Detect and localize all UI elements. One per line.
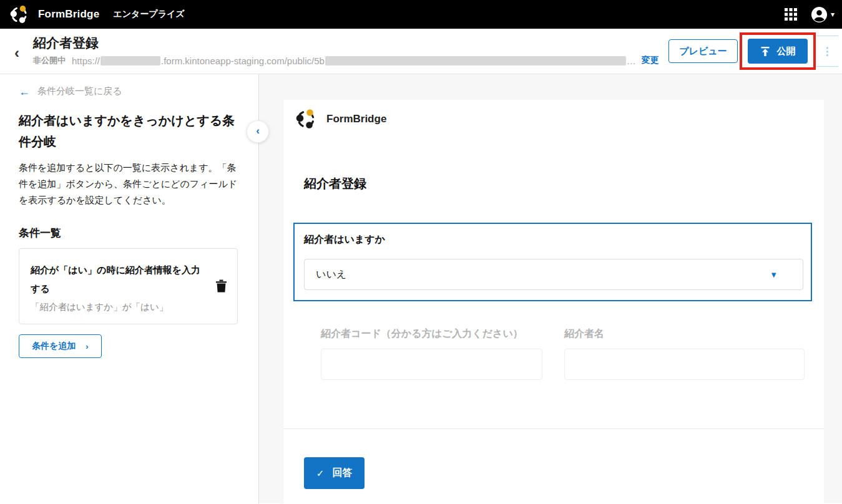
dropdown-caret-icon: ▼: [770, 270, 778, 279]
form-preview-title: 紹介者登録: [304, 175, 824, 192]
referrer-name-label: 紹介者名: [564, 327, 805, 341]
more-options-group: ⋮: [816, 36, 838, 67]
formbridge-logo-icon: [9, 4, 29, 25]
form-header: ‹ 紹介者登録 非公開中 https:// .form.kintoneapp-s…: [0, 29, 842, 74]
referrer-code-label: 紹介者コード（分かる方はご入力ください）: [321, 327, 542, 341]
submit-button-label: 回答: [332, 467, 352, 480]
back-link-label: 条件分岐一覧に戻る: [37, 85, 122, 97]
header-actions: プレビュー 公開 ⋮: [668, 29, 838, 74]
condition-sidebar: ← 条件分岐一覧に戻る 紹介者はいますかをきっかけとする条件分岐 条件を追加する…: [0, 74, 259, 503]
delete-condition-button[interactable]: [214, 278, 228, 296]
add-condition-button[interactable]: 条件を追加 ›: [19, 334, 102, 358]
form-brand-block: FormBridge: [283, 100, 824, 130]
more-options-button[interactable]: ⋮: [822, 46, 833, 57]
trash-icon: [215, 279, 227, 293]
content-area: ← 条件分岐一覧に戻る 紹介者はいますかをきっかけとする条件分岐 条件を追加する…: [0, 74, 842, 503]
sidebar-description: 条件を追加すると以下の一覧に表示されます。「条件を追加」ボタンから、条件ごとにど…: [19, 160, 238, 208]
plan-label: エンタープライズ: [113, 9, 184, 20]
form-url-row: 非公開中 https:// .form.kintoneapp-staging.c…: [33, 55, 659, 66]
publish-upload-icon: [760, 47, 770, 56]
redacted-url-segment: [100, 56, 160, 65]
formbridge-logo-icon: [295, 108, 317, 130]
trigger-field-select[interactable]: いいえ ▼: [304, 259, 803, 290]
select-value: いいえ: [316, 268, 346, 281]
left-arrow-icon: ←: [19, 86, 30, 97]
status-badge: 非公開中: [33, 55, 66, 66]
back-to-condition-list-link[interactable]: ← 条件分岐一覧に戻る: [19, 85, 238, 97]
add-condition-label: 条件を追加: [32, 341, 76, 352]
annotation-highlight-box: 公開: [740, 32, 816, 70]
condition-texts: 紹介が「はい」の時に紹介者情報を入力する 「紹介者はいますか」が「はい」: [31, 261, 209, 313]
check-icon: ✓: [316, 468, 325, 479]
redacted-url-segment: [325, 56, 626, 65]
account-menu-button[interactable]: ▾: [811, 6, 835, 23]
chevron-right-icon: ›: [86, 342, 88, 351]
form-body: FormBridge 紹介者登録 紹介者はいますか いいえ ▼ 紹介者コード（分…: [283, 100, 824, 429]
brand-block: FormBridge エンタープライズ: [9, 4, 185, 25]
publish-button[interactable]: 公開: [748, 39, 808, 64]
header-title-block: 紹介者登録 非公開中 https:// .form.kintoneapp-sta…: [33, 29, 659, 74]
preview-button[interactable]: プレビュー: [668, 39, 738, 63]
sidebar-heading: 紹介者はいますかをきっかけとする条件分岐: [19, 110, 238, 152]
form-preview-area: FormBridge 紹介者登録 紹介者はいますか いいえ ▼ 紹介者コード（分…: [259, 74, 842, 503]
referrer-name-input[interactable]: [564, 349, 805, 380]
referrer-code-input[interactable]: [321, 349, 542, 380]
caret-down-icon: ▾: [831, 10, 835, 19]
trigger-field-highlight[interactable]: 紹介者はいますか いいえ ▼: [293, 223, 812, 301]
referrer-name-field: 紹介者名: [564, 327, 805, 380]
form-url-prefix: https://: [72, 56, 100, 66]
back-button[interactable]: ‹: [9, 44, 25, 62]
form-brand-name: FormBridge: [326, 113, 386, 125]
publish-button-label: 公開: [777, 46, 796, 57]
sidebar-collapse-button[interactable]: ‹: [247, 120, 269, 143]
submit-answer-button[interactable]: ✓ 回答: [304, 457, 365, 489]
url-ellipsis: …: [627, 56, 636, 66]
top-app-bar: FormBridge エンタープライズ ▾: [0, 0, 842, 29]
change-url-link[interactable]: 変更: [642, 55, 659, 66]
form-footer: ✓ 回答: [283, 429, 824, 489]
trigger-field-label: 紹介者はいますか: [304, 233, 800, 246]
condition-card[interactable]: 紹介が「はい」の時に紹介者情報を入力する 「紹介者はいますか」が「はい」: [19, 248, 238, 324]
condition-title: 紹介が「はい」の時に紹介者情報を入力する: [31, 261, 209, 298]
topbar-actions: ▾: [785, 6, 835, 23]
referrer-code-field: 紹介者コード（分かる方はご入力ください）: [321, 327, 542, 380]
page-title: 紹介者登録: [33, 34, 659, 52]
form-url-domain: .form.kintoneapp-staging.com/public/5b: [161, 56, 325, 66]
brand-name: FormBridge: [38, 8, 99, 21]
conditional-fields-row: 紹介者コード（分かる方はご入力ください） 紹介者名: [321, 327, 824, 380]
condition-rule: 「紹介者はいますか」が「はい」: [31, 301, 209, 313]
apps-grid-icon[interactable]: [785, 8, 797, 21]
condition-list-heading: 条件一覧: [19, 226, 238, 240]
user-avatar-icon: [811, 6, 828, 23]
form-preview-panel: FormBridge 紹介者登録 紹介者はいますか いいえ ▼ 紹介者コード（分…: [283, 100, 824, 503]
